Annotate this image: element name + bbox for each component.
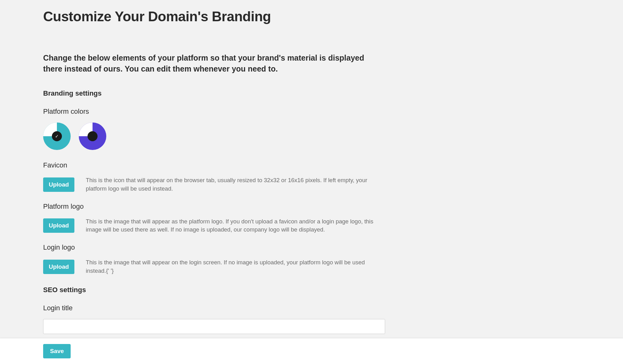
- platform-colors-label: Platform colors: [43, 107, 438, 116]
- login-logo-desc: This is the image that will appear on th…: [86, 258, 386, 275]
- platform-logo-desc: This is the image that will appear as th…: [86, 217, 386, 234]
- page-intro: Change the below elements of your platfo…: [43, 52, 381, 74]
- favicon-block: Favicon Upload This is the icon that wil…: [43, 161, 438, 193]
- footer-bar: Save: [0, 338, 623, 364]
- branding-heading: Branding settings: [43, 89, 438, 97]
- platform-logo-block: Platform logo Upload This is the image t…: [43, 202, 438, 234]
- seo-heading: SEO settings: [43, 286, 438, 294]
- favicon-desc: This is the icon that will appear on the…: [86, 176, 386, 193]
- platform-logo-upload-button[interactable]: Upload: [43, 218, 74, 233]
- swatch-center-dot: [88, 131, 98, 141]
- color-swatch-teal[interactable]: ✓: [43, 122, 71, 150]
- seo-section: SEO settings Login title: [43, 286, 438, 334]
- login-logo-upload-button[interactable]: Upload: [43, 260, 74, 274]
- checkmark-icon: ✓: [55, 134, 59, 138]
- favicon-upload-button[interactable]: Upload: [43, 177, 74, 192]
- favicon-label: Favicon: [43, 161, 438, 169]
- login-title-block: Login title: [43, 304, 438, 334]
- save-button[interactable]: Save: [43, 344, 71, 358]
- platform-logo-label: Platform logo: [43, 202, 438, 211]
- login-logo-block: Login logo Upload This is the image that…: [43, 243, 438, 275]
- color-swatches: ✓: [43, 122, 438, 150]
- platform-colors-block: Platform colors ✓: [43, 107, 438, 150]
- page-title: Customize Your Domain's Branding: [43, 9, 438, 24]
- branding-section: Branding settings Platform colors ✓: [43, 89, 438, 275]
- color-swatch-purple[interactable]: [79, 122, 106, 150]
- swatch-center-dot: ✓: [52, 131, 62, 141]
- login-logo-label: Login logo: [43, 243, 438, 252]
- login-title-label: Login title: [43, 304, 438, 312]
- login-title-input[interactable]: [43, 319, 385, 334]
